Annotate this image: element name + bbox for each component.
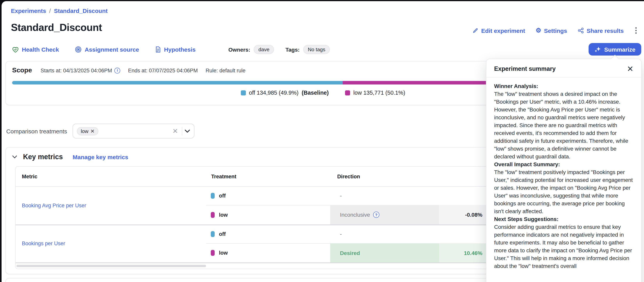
- manage-key-metrics-link[interactable]: Manage key metrics: [72, 154, 128, 160]
- share-results-button[interactable]: Share results: [578, 27, 624, 34]
- scope-rule: Rule: default rule: [206, 67, 246, 73]
- comparison-label: Comparison treatments: [6, 128, 72, 134]
- metric-link-booking-avg-price[interactable]: Booking Avg Price per User: [22, 202, 86, 208]
- panel-title: Experiment summary: [494, 65, 556, 72]
- document-icon: [155, 46, 161, 53]
- assignment-source-link[interactable]: Assignment source: [75, 46, 139, 53]
- metric-cell: Bookings per User: [16, 224, 206, 262]
- off-swatch: [241, 90, 246, 95]
- summarize-button[interactable]: Summarize: [588, 43, 641, 56]
- sparkles-icon: [594, 46, 601, 53]
- summary-section: Next Steps Suggestions: Consider adding …: [494, 215, 634, 270]
- owner-pill[interactable]: dave: [254, 45, 274, 54]
- treatment-swatch-low: [211, 212, 215, 218]
- key-metrics-title[interactable]: Key metrics: [23, 153, 63, 161]
- treatment-chip-low[interactable]: low ✕: [77, 127, 98, 135]
- comparison-treatments-select[interactable]: low ✕ ✕: [72, 124, 194, 138]
- tags-pill[interactable]: No tags: [303, 45, 330, 54]
- select-chevron-down-icon[interactable]: [184, 129, 190, 133]
- kebab-icon: [635, 27, 637, 34]
- target-icon: [75, 46, 82, 53]
- gear-icon: ⚙: [536, 27, 541, 34]
- tags-group: Tags: No tags: [286, 45, 330, 54]
- share-icon: [578, 27, 584, 34]
- legend-item-low: low 135,771 (50.1%): [345, 90, 405, 96]
- column-header-treatment: Treatment: [211, 167, 236, 186]
- header-actions: Edit experiment ⚙ Settings Share results: [472, 26, 638, 35]
- lift-value: 10.46%: [439, 243, 486, 262]
- chip-remove-icon[interactable]: ✕: [90, 128, 95, 134]
- horizontal-scrollbar[interactable]: [16, 265, 206, 267]
- collapse-chevron-icon[interactable]: [12, 155, 17, 159]
- summary-section: Winner Analysis: The "low" treatment sho…: [494, 82, 634, 160]
- close-icon[interactable]: ✕: [627, 65, 634, 73]
- owners-label: Owners:: [228, 46, 250, 53]
- treatment-swatch-off: [211, 193, 215, 199]
- select-divider: [182, 127, 182, 135]
- meta-row: Health Check Assignment source Hypothesi…: [12, 45, 578, 54]
- treatment-swatch-off: [211, 231, 215, 237]
- experiment-summary-panel: Experiment summary ✕ Winner Analysis: Th…: [486, 59, 642, 282]
- breadcrumb-experiments-link[interactable]: Experiments: [11, 8, 46, 14]
- more-options-button[interactable]: [634, 26, 638, 35]
- page-title: Standard_Discount: [11, 22, 102, 34]
- health-check-link[interactable]: Health Check: [12, 46, 59, 53]
- scope-ends: Ends at: 07/07/2025 04:06PM: [128, 67, 198, 73]
- breadcrumb: Experiments / Standard_Discount: [11, 8, 108, 14]
- app-window: Experiments / Standard_Discount Standard…: [0, 0, 644, 282]
- tags-label: Tags:: [286, 46, 300, 53]
- hypothesis-link[interactable]: Hypothesis: [155, 46, 196, 53]
- low-swatch: [345, 90, 350, 95]
- breadcrumb-current-link[interactable]: Standard_Discount: [54, 8, 108, 14]
- breadcrumb-separator: /: [49, 8, 51, 14]
- legend-item-off: off 134,985 (49.9%) (Baseline): [241, 90, 329, 96]
- main-content: Experiments / Standard_Discount Standard…: [2, 1, 644, 282]
- summary-text: Winner Analysis: The "low" treatment sho…: [486, 77, 641, 274]
- treatment-swatch-low: [211, 250, 215, 256]
- summary-section: Overall Impact Summary: The "low" treatm…: [494, 160, 634, 215]
- heart-check-icon: [12, 46, 19, 53]
- edit-experiment-button[interactable]: Edit experiment: [472, 27, 525, 34]
- pencil-icon: [472, 27, 478, 34]
- scope-starts: Starts at: 04/13/2025 04:06PM i: [40, 67, 120, 73]
- help-icon[interactable]: ?: [373, 212, 379, 218]
- split-segment-off: [12, 81, 343, 84]
- column-header-metric: Metric: [22, 167, 38, 186]
- lift-value: -0.08%: [439, 205, 486, 224]
- column-header-direction: Direction: [337, 167, 360, 186]
- metric-link-bookings-per-user[interactable]: Bookings per User: [22, 240, 65, 246]
- metric-cell: Booking Avg Price per User: [16, 186, 206, 224]
- scope-title: Scope: [12, 66, 32, 74]
- select-clear-icon[interactable]: ✕: [170, 127, 181, 135]
- owners-group: Owners: dave: [228, 45, 274, 54]
- info-icon[interactable]: i: [114, 67, 120, 73]
- settings-button[interactable]: ⚙ Settings: [536, 27, 567, 34]
